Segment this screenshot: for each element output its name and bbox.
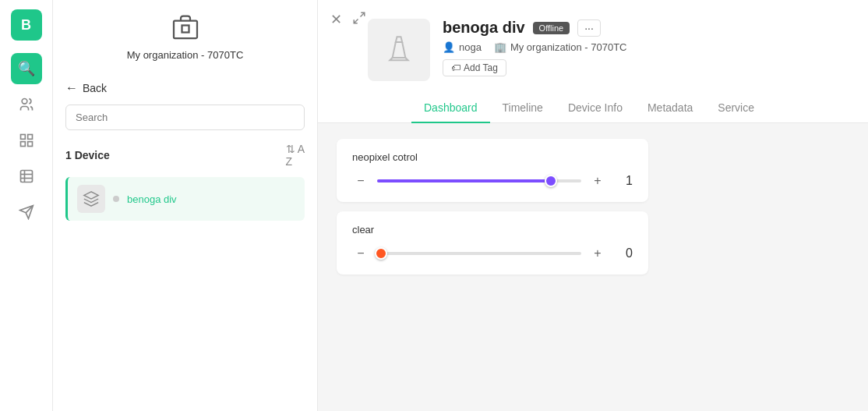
neopixel-slider-track[interactable] (377, 179, 581, 182)
sort-icon[interactable]: ⇅ AZ (286, 143, 305, 168)
tab-device-info[interactable]: Device Info (556, 94, 635, 123)
clear-minus-button[interactable]: − (352, 245, 369, 262)
app-logo[interactable]: B (11, 9, 42, 41)
device-count-row: 1 Device ⇅ AZ (65, 143, 305, 168)
svg-rect-3 (20, 142, 25, 147)
add-tag-label: Add Tag (464, 62, 498, 73)
tab-dashboard[interactable]: Dashboard (411, 94, 490, 123)
device-list: benoga div (65, 177, 305, 399)
neopixel-slider-row: − + 1 (352, 172, 633, 190)
neopixel-thumb[interactable] (545, 175, 557, 187)
tag-icon: 🏷 (451, 62, 460, 73)
sidebar-item-apps[interactable] (11, 125, 42, 156)
device-thumbnail (77, 185, 105, 213)
org-icon (171, 12, 199, 46)
svg-point-0 (22, 99, 27, 105)
user-meta: 👤 noga (443, 41, 482, 53)
clear-slider-track[interactable] (377, 252, 581, 255)
tab-metadata[interactable]: Metadata (635, 94, 705, 123)
neopixel-plus-button[interactable]: + (589, 172, 606, 190)
close-button[interactable]: ✕ (330, 11, 342, 28)
device-info-section: benoga div Offline ··· 👤 noga 🏢 My organ… (443, 19, 849, 76)
dashboard-content: neopixel cotrol − + 1 clear − + (318, 123, 868, 411)
back-label: Back (83, 82, 107, 94)
svg-rect-5 (20, 171, 32, 182)
svg-line-16 (354, 19, 358, 23)
device-meta-row: 👤 noga 🏢 My organization - 7070TC (443, 41, 849, 53)
svg-rect-1 (20, 135, 25, 140)
main-content: ✕ benoga div Offline (318, 0, 868, 411)
clear-slider-row: − + 0 (352, 245, 633, 262)
clear-card: clear − + 0 (337, 211, 648, 275)
org-name: My organization - 7070TC (127, 49, 244, 61)
org-meta: 🏢 My organization - 7070TC (494, 41, 627, 53)
tab-timeline[interactable]: Timeline (490, 94, 556, 123)
device-count: 1 Device (65, 149, 110, 161)
building-icon: 🏢 (494, 41, 506, 53)
svg-rect-11 (174, 21, 197, 39)
sidebar-item-messages[interactable] (11, 197, 42, 228)
back-arrow-icon: ← (65, 81, 78, 95)
tab-service[interactable]: Service (705, 94, 767, 123)
device-title: benoga div (443, 19, 525, 37)
expand-button[interactable] (352, 11, 366, 28)
panel-header: ✕ benoga div Offline (318, 0, 868, 123)
device-header: benoga div Offline ··· 👤 noga 🏢 My organ… (337, 12, 849, 122)
sidebar: B 🔍 (0, 0, 53, 411)
device-title-row: benoga div Offline ··· (443, 19, 849, 37)
org-header: My organization - 7070TC (65, 12, 305, 69)
user-name: noga (459, 41, 482, 53)
neopixel-minus-button[interactable]: − (352, 172, 369, 190)
more-options-button[interactable]: ··· (577, 19, 601, 37)
svg-rect-2 (27, 135, 32, 140)
neopixel-fill (377, 179, 551, 182)
svg-rect-13 (182, 26, 189, 33)
clear-thumb[interactable] (375, 247, 387, 260)
clear-label: clear (352, 224, 633, 236)
svg-marker-14 (84, 192, 98, 199)
sidebar-item-users[interactable] (11, 89, 42, 120)
sidebar-item-search[interactable]: 🔍 (11, 53, 42, 84)
sidebar-item-reports[interactable] (11, 161, 42, 192)
tabs-bar: Dashboard Timeline Device Info Metadata … (368, 94, 849, 122)
user-icon: 👤 (443, 41, 455, 53)
clear-plus-button[interactable]: + (589, 245, 606, 262)
add-tag-button[interactable]: 🏷 Add Tag (443, 59, 506, 76)
status-badge: Offline (533, 22, 570, 34)
org-meta-name: My organization - 7070TC (510, 41, 627, 53)
back-button[interactable]: ← Back (65, 81, 305, 95)
neopixel-value: 1 (614, 174, 633, 188)
device-name: benoga div (127, 193, 177, 205)
list-item[interactable]: benoga div (65, 177, 305, 221)
device-image (368, 19, 430, 81)
left-panel: My organization - 7070TC ← Back 1 Device… (53, 0, 318, 411)
device-header-top: benoga div Offline ··· 👤 noga 🏢 My organ… (368, 19, 849, 81)
neopixel-card: neopixel cotrol − + 1 (337, 139, 648, 202)
neopixel-label: neopixel cotrol (352, 151, 633, 163)
clear-value: 0 (614, 246, 633, 260)
svg-line-15 (361, 12, 365, 16)
search-input[interactable] (65, 105, 305, 130)
svg-rect-4 (27, 142, 32, 147)
device-status-dot (113, 196, 119, 202)
